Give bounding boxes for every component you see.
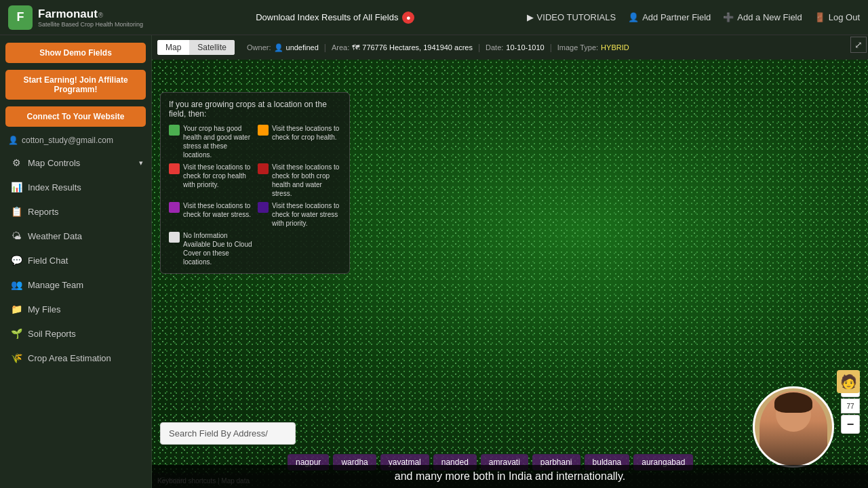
date-label: Date: [486, 43, 503, 52]
sidebar: Show Demo Fields Start Earning! Join Aff… [0, 35, 152, 488]
logo-text-area: Farmonaut ® Satellite Based Crop Health … [38, 7, 143, 28]
sidebar-map-controls-label: Map Controls [28, 158, 80, 168]
legend-item: Visit these locations to check for both … [258, 163, 341, 198]
logo-area: F Farmonaut ® Satellite Based Crop Healt… [8, 5, 144, 30]
files-icon: 📁 [10, 304, 22, 314]
legend-item-text: Visit these locations to check for water… [183, 201, 252, 219]
user-icon: 👤 [8, 136, 18, 145]
add-field-button[interactable]: ➕ Add a New Field [723, 12, 802, 22]
image-type-value: HYBRID [601, 43, 629, 52]
add-partner-label: Add Partner Field [642, 12, 711, 22]
partner-icon: 👤 [628, 12, 639, 22]
search-placeholder: Search Field By Address/ [169, 428, 268, 439]
zoom-value: 77 [841, 399, 860, 413]
map-type-map[interactable]: Map [157, 40, 189, 55]
sidebar-item-field-chat[interactable]: 💬 Field Chat [0, 248, 151, 272]
legend-color-swatch [258, 202, 269, 213]
map-type-buttons: Map Satellite [157, 40, 235, 55]
sidebar-item-manage-team[interactable]: 👥 Manage Team [0, 272, 151, 297]
weather-icon: 🌤 [10, 230, 22, 241]
show-demo-button[interactable]: Show Demo Fields [5, 43, 146, 63]
chevron-down-icon: ▾ [139, 159, 143, 167]
team-icon: 👥 [10, 279, 22, 290]
owner-badge: Owner: 👤 undefined [247, 43, 319, 52]
sidebar-chat-label: Field Chat [28, 256, 68, 266]
logout-button[interactable]: 🚪 Log Out [814, 12, 860, 22]
add-partner-button[interactable]: 👤 Add Partner Field [628, 12, 711, 22]
legend-item-text: Visit these locations to check for crop … [183, 163, 252, 189]
connect-website-button[interactable]: Connect To Your Website [5, 106, 146, 127]
legend-color-swatch [169, 163, 180, 174]
map-controls-icon: ⚙ [10, 157, 22, 168]
sidebar-files-label: My Files [28, 304, 60, 314]
logout-icon: 🚪 [814, 12, 825, 22]
avatar [753, 386, 834, 468]
video-icon: ▶ [527, 12, 534, 22]
legend-item: Visit these locations to check for crop … [169, 163, 252, 198]
legend-item: Visit these locations to check for water… [169, 201, 252, 228]
legend-color-swatch [258, 163, 269, 174]
sidebar-item-map-controls[interactable]: ⚙ Map Controls ▾ [0, 150, 151, 175]
topbar: F Farmonaut ® Satellite Based Crop Healt… [0, 0, 868, 35]
sidebar-weather-label: Weather Data [28, 231, 82, 241]
date-value: 10-10-1010 [506, 43, 544, 52]
sidebar-item-weather-data[interactable]: 🌤 Weather Data [0, 224, 151, 248]
sidebar-item-index-results[interactable]: 📊 Index Results [0, 175, 151, 199]
reports-icon: 📋 [10, 206, 22, 217]
map-background[interactable]: If you are growing crops at a location o… [152, 60, 868, 488]
map-info: Owner: 👤 undefined | Area: 🗺 776776 Hect… [247, 43, 629, 52]
sidebar-item-reports[interactable]: 📋 Reports [0, 199, 151, 224]
sidebar-item-my-files[interactable]: 📁 My Files [0, 297, 151, 321]
legend-item: Your crop has good health and good water… [169, 124, 252, 159]
sidebar-reports-label: Reports [28, 207, 59, 217]
legend-color-swatch [169, 232, 180, 243]
map-type-satellite[interactable]: Satellite [189, 40, 235, 55]
image-type-label: Image Type: [557, 43, 598, 52]
avatar-inner [760, 391, 827, 466]
video-tutorials-button[interactable]: ▶ VIDEO TUTORIALS [527, 12, 616, 22]
area-badge: Area: 🗺 776776 Hectares, 1941940 acres [332, 43, 473, 52]
logo-icon: F [8, 5, 33, 30]
map-person-icon[interactable]: 🧑 [837, 370, 860, 393]
sidebar-item-crop-area[interactable]: 🌾 Crop Area Estimation [0, 346, 151, 370]
legend-item: No Information Available Due to Cloud Co… [169, 231, 252, 266]
avatar-hair [774, 392, 812, 413]
legend-item-text: Visit these locations to check for water… [272, 201, 341, 228]
expand-button[interactable]: ⤢ [850, 37, 867, 53]
download-button[interactable]: Download Index Results of All Fields ● [156, 12, 515, 24]
legend-item-text: Visit these locations to check for crop … [272, 124, 341, 142]
soil-icon: 🌱 [10, 328, 22, 339]
add-field-label: Add a New Field [737, 12, 802, 22]
legend-item: Visit these locations to check for water… [258, 201, 341, 228]
map-area: Map Satellite Owner: 👤 undefined | Area:… [152, 35, 868, 488]
legend-grid: Your crop has good health and good water… [169, 124, 341, 266]
subtitle-bar: and many more both in India and internat… [152, 465, 868, 488]
logout-label: Log Out [829, 12, 860, 22]
logo-reg: ® [98, 12, 103, 19]
owner-icon: 👤 [274, 43, 283, 52]
user-email: 👤 cotton_study@gmail.com [0, 130, 151, 150]
add-field-icon: ➕ [723, 12, 734, 22]
affiliate-button[interactable]: Start Earning! Join Affiliate Programm! [5, 70, 146, 100]
area-label: Area: [332, 43, 349, 52]
area-icon: 🗺 [352, 43, 359, 52]
download-count: ● [402, 12, 414, 24]
owner-label: Owner: [247, 43, 271, 52]
download-label: Download Index Results of All Fields [256, 12, 398, 22]
sidebar-crop-label: Crop Area Estimation [28, 353, 111, 363]
legend-color-swatch [169, 202, 180, 213]
legend-box: If you are growing crops at a location o… [160, 92, 350, 274]
crop-icon: 🌾 [10, 352, 22, 363]
index-results-icon: 📊 [10, 182, 22, 192]
subtitle-text: and many more both in India and internat… [395, 470, 625, 482]
search-field[interactable]: Search Field By Address/ [160, 422, 296, 445]
chat-icon: 💬 [10, 255, 22, 266]
sidebar-soil-label: Soil Reports [28, 329, 76, 339]
sidebar-item-soil-reports[interactable]: 🌱 Soil Reports [0, 321, 151, 346]
owner-value: undefined [286, 43, 319, 52]
logo-name: Farmonaut [38, 7, 98, 21]
zoom-out-button[interactable]: − [841, 415, 860, 434]
legend-item-text: Your crop has good health and good water… [183, 124, 252, 159]
main-layout: Show Demo Fields Start Earning! Join Aff… [0, 35, 868, 488]
legend-item-text: Visit these locations to check for both … [272, 163, 341, 198]
